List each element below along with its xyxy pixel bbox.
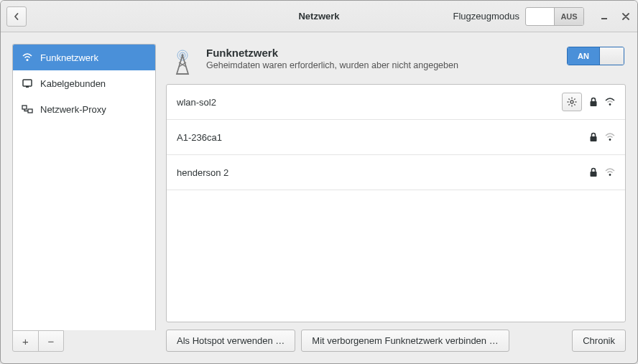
sidebar-item-label: Netzwerk-Proxy (40, 104, 106, 115)
svg-rect-2 (23, 80, 32, 86)
sidebar-add-remove: + − (12, 330, 64, 352)
svg-point-1 (27, 59, 29, 61)
signal-icon (605, 132, 615, 142)
back-button[interactable] (6, 6, 27, 27)
toggle-handle (599, 47, 624, 65)
toggle-knob: AUS (554, 8, 583, 25)
network-row[interactable]: A1-236ca1 (167, 120, 625, 155)
svg-rect-20 (591, 136, 597, 141)
network-settings-button[interactable] (562, 93, 582, 111)
svg-line-15 (574, 104, 575, 105)
minimize-button[interactable] (598, 11, 610, 22)
proxy-icon (22, 103, 33, 115)
sidebar-item-wireless[interactable]: Funknetzwerk (13, 45, 155, 70)
content-area: Funknetzwerk Kabelgebunden Netzwerk-Prox… (1, 32, 637, 363)
svg-point-21 (609, 139, 611, 141)
airplane-mode-label: Flugzeugmodus (453, 11, 520, 22)
signal-icon (605, 97, 615, 107)
sidebar: Funknetzwerk Kabelgebunden Netzwerk-Prox… (12, 44, 156, 330)
svg-rect-5 (28, 109, 32, 113)
network-row[interactable]: wlan-sol2 (167, 85, 625, 120)
toggle-on-label: AN (568, 47, 599, 65)
svg-point-19 (609, 103, 611, 106)
network-list: wlan-sol2 A1-236ca1 (166, 84, 626, 322)
history-button[interactable]: Chronik (572, 330, 626, 352)
svg-point-23 (609, 174, 611, 176)
sidebar-item-wired[interactable]: Kabelgebunden (13, 70, 155, 96)
svg-line-14 (568, 98, 569, 99)
hotspot-button[interactable]: Als Hotspot verwenden … (166, 330, 295, 352)
main-panel: Funknetzwerk Geheimdaten waren erforderl… (166, 44, 626, 352)
wifi-icon (22, 52, 33, 63)
network-name: A1-236ca1 (177, 132, 589, 143)
network-settings-window: Netzwerk Flugzeugmodus AUS (0, 0, 638, 364)
wired-icon (22, 78, 33, 89)
wireless-toggle[interactable]: AN (567, 47, 624, 65)
network-name: henderson 2 (177, 167, 589, 178)
footer-buttons: Als Hotspot verwenden … Mit verborgenem … (166, 330, 626, 352)
sidebar-item-proxy[interactable]: Netzwerk-Proxy (13, 96, 155, 122)
sidebar-container: Funknetzwerk Kabelgebunden Netzwerk-Prox… (12, 44, 156, 352)
svg-rect-4 (22, 106, 27, 109)
svg-line-16 (574, 98, 575, 99)
sidebar-item-label: Kabelgebunden (40, 78, 106, 89)
close-button[interactable] (620, 11, 632, 22)
lock-icon (589, 97, 598, 107)
svg-point-9 (570, 101, 573, 103)
airplane-mode-toggle[interactable]: AUS (525, 7, 584, 26)
panel-header: Funknetzwerk Geheimdaten waren erforderl… (166, 44, 626, 77)
svg-rect-0 (601, 18, 607, 19)
add-connection-button[interactable]: + (13, 331, 38, 351)
remove-connection-button[interactable]: − (38, 331, 63, 351)
panel-title: Funknetzwerk (206, 47, 558, 59)
titlebar: Netzwerk Flugzeugmodus AUS (1, 1, 637, 32)
panel-subtitle: Geheimdaten waren erforderlich, wurden a… (206, 60, 558, 70)
sidebar-item-label: Funknetzwerk (40, 52, 98, 63)
network-name: wlan-sol2 (177, 97, 562, 108)
lock-icon (589, 167, 598, 177)
svg-rect-18 (591, 101, 597, 106)
svg-line-17 (568, 104, 569, 105)
connect-hidden-button[interactable]: Mit verborgenem Funknetzwerk verbinden … (301, 330, 509, 352)
wireless-antenna-icon (167, 47, 198, 77)
lock-icon (589, 132, 598, 142)
svg-rect-22 (591, 172, 597, 177)
svg-rect-3 (26, 86, 29, 88)
signal-icon (605, 167, 615, 177)
network-row[interactable]: henderson 2 (167, 155, 625, 190)
